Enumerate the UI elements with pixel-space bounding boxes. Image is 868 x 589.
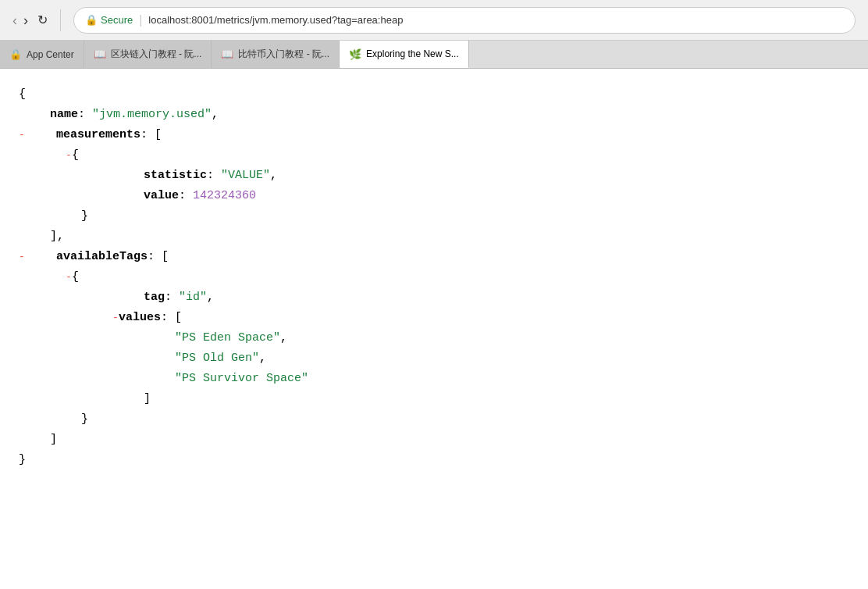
json-tags-item-close: } (19, 409, 849, 430)
statistic-key: statistic (144, 166, 207, 186)
values-key: values (112, 308, 161, 328)
measurements-collapse-icon[interactable]: - (19, 127, 25, 144)
value-eden: "PS Eden Space" (175, 328, 280, 348)
forward-button[interactable]: › (23, 13, 28, 27)
json-measurements-close: ], (19, 227, 849, 247)
json-close-brace: } (19, 450, 849, 470)
available-tags-key: availableTags (34, 247, 148, 267)
tab-label-exploring: Exploring the New S... (366, 48, 459, 59)
tab-icon-exploring: 🌿 (349, 48, 361, 60)
json-values-item-1: "PS Old Gen" , (19, 348, 849, 369)
json-open-brace: { (19, 84, 849, 105)
lock-icon: 🔒 (85, 14, 98, 26)
back-button[interactable]: ‹ (12, 13, 17, 27)
value-survivor: "PS Survivor Space" (175, 369, 308, 389)
json-values-line: - values : [ (19, 308, 849, 328)
json-content: { name : "jvm.memory.used" , - measureme… (0, 69, 868, 486)
tab-bar: 🔒 App Center 📖 区块链入门教程 - 阮... 📖 比特币入门教程 … (0, 41, 868, 69)
tab-icon-blockchain: 📖 (94, 48, 106, 60)
json-values-close: ] (19, 389, 849, 409)
json-measurements-item-open: - { (19, 145, 849, 166)
measurements-key: measurements (34, 125, 141, 145)
value-old-gen: "PS Old Gen" (175, 348, 259, 369)
tab-label-bitcoin: 比特币入门教程 - 阮... (238, 48, 329, 61)
tab-icon-bitcoin: 📖 (221, 48, 233, 60)
tag-key: tag (144, 287, 165, 308)
json-available-tags-line: - availableTags : [ (19, 247, 849, 267)
value-key: value (144, 186, 179, 206)
json-tag-line: tag : "id" , (19, 287, 849, 308)
reload-button[interactable]: ↻ (37, 12, 48, 27)
tab-label-app-center: App Center (27, 49, 74, 60)
tab-icon-app-center: 🔒 (9, 48, 22, 60)
json-values-item-0: "PS Eden Space" , (19, 328, 849, 348)
statistic-value: "VALUE" (221, 166, 270, 186)
tab-blockchain[interactable]: 📖 区块链入门教程 - 阮... (84, 41, 212, 68)
json-tags-item-open: - { (19, 267, 849, 287)
secure-label: 🔒 Secure (85, 14, 133, 26)
browser-toolbar: ‹ › ↻ 🔒 Secure | localhost:8001/metrics/… (0, 0, 868, 41)
tab-app-center[interactable]: 🔒 App Center (0, 41, 84, 68)
name-value: "jvm.memory.used" (92, 105, 212, 125)
json-value-line: value : 142324360 (19, 186, 849, 206)
json-values-item-2: "PS Survivor Space" (19, 369, 849, 389)
tag-value: "id" (179, 287, 207, 308)
address-separator: | (139, 13, 142, 27)
json-available-tags-close: ] (19, 430, 849, 450)
available-tags-collapse-icon[interactable]: - (19, 248, 25, 266)
toolbar-separator (60, 9, 61, 31)
json-statistic-line: statistic : "VALUE" , (19, 166, 849, 186)
value-number: 142324360 (193, 186, 256, 206)
name-key: name (50, 105, 78, 125)
json-measurements-line: - measurements : [ (19, 125, 849, 145)
url-display: localhost:8001/metrics/jvm.memory.used?t… (148, 14, 403, 26)
nav-buttons: ‹ › ↻ (12, 12, 48, 27)
address-bar[interactable]: 🔒 Secure | localhost:8001/metrics/jvm.me… (73, 7, 856, 34)
tab-bitcoin[interactable]: 📖 比特币入门教程 - 阮... (212, 41, 340, 68)
tab-label-blockchain: 区块链入门教程 - 阮... (111, 48, 202, 61)
json-measurements-item-close: } (19, 206, 849, 227)
tab-exploring[interactable]: 🌿 Exploring the New S... (340, 41, 469, 68)
json-name-line: name : "jvm.memory.used" , (19, 105, 849, 125)
